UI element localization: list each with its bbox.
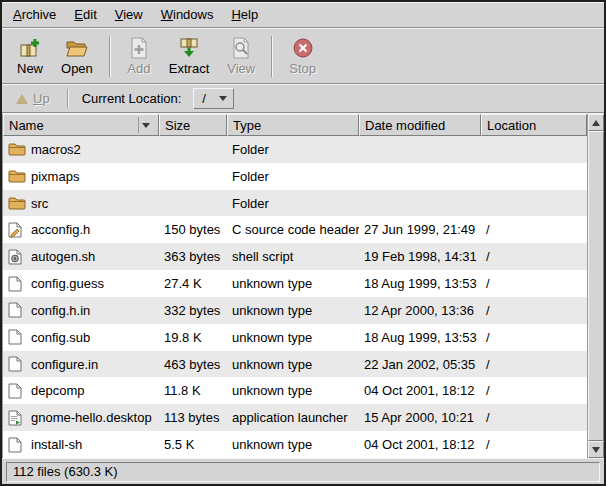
cell-type: C source code header [227, 216, 359, 243]
cell-name: acconfig.h [3, 216, 159, 243]
cell-size: 332 bytes [159, 297, 227, 324]
table-row[interactable]: macros2Folder [3, 136, 587, 163]
cell-type: Folder [227, 190, 359, 217]
location-combo[interactable]: / [193, 88, 234, 109]
stop-icon [291, 36, 315, 60]
file-name: config.h.in [31, 303, 90, 318]
table-row[interactable]: config.sub19.8 Kunknown type18 Aug 1999,… [3, 324, 587, 351]
scroll-up-button[interactable] [588, 114, 604, 131]
cell-type: shell script [227, 243, 359, 270]
cell-location: / [481, 431, 587, 458]
status-text: 112 files (630.3 K) [13, 464, 118, 479]
vertical-scrollbar[interactable] [587, 114, 604, 458]
table-row[interactable]: install-sh5.5 Kunknown type04 Oct 2001, … [3, 431, 587, 458]
archive-manager-window: Archive Edit View Windows Help New [0, 0, 606, 486]
cell-size [159, 190, 227, 217]
new-button[interactable]: New [8, 32, 52, 81]
up-button: Up [8, 89, 58, 108]
toolbar-separator [271, 36, 273, 77]
scroll-down-button[interactable] [588, 441, 604, 458]
view-file-icon [229, 36, 253, 60]
cell-size: 27.4 K [159, 270, 227, 297]
column-header-date-modified[interactable]: Date modified [359, 114, 481, 136]
cell-date-modified: 12 Apr 2000, 13:36 [359, 297, 481, 324]
cell-size: 113 bytes [159, 404, 227, 431]
cell-type: unknown type [227, 297, 359, 324]
cell-name: src [3, 190, 159, 217]
table-row[interactable]: autogen.sh363 bytesshell script19 Feb 19… [3, 243, 587, 270]
file-table: Name Size Type Date modified Location ma… [2, 113, 604, 458]
cell-date-modified [359, 163, 481, 190]
cell-name: autogen.sh [3, 243, 159, 270]
scrollbar-thumb[interactable] [588, 131, 604, 441]
up-arrow-icon [16, 94, 28, 104]
table-row[interactable]: gnome-hello.desktop113 bytesapplication … [3, 404, 587, 431]
table-row[interactable]: pixmapsFolder [3, 163, 587, 190]
cell-size [159, 163, 227, 190]
table-row[interactable]: depcomp11.8 Kunknown type04 Oct 2001, 18… [3, 377, 587, 404]
document-icon [8, 276, 26, 292]
location-value: / [202, 91, 212, 106]
menu-help[interactable]: Help [222, 3, 267, 26]
cell-date-modified [359, 136, 481, 163]
menubar: Archive Edit View Windows Help [2, 2, 604, 28]
column-header-type[interactable]: Type [227, 114, 359, 136]
cell-type: unknown type [227, 351, 359, 378]
column-header-location[interactable]: Location [481, 114, 587, 136]
menu-archive[interactable]: Archive [4, 3, 65, 26]
cell-size [159, 136, 227, 163]
file-list: macros2FolderpixmapsFoldersrcFolderaccon… [3, 136, 587, 458]
launcher-file-icon [8, 410, 26, 426]
menu-windows[interactable]: Windows [152, 3, 223, 26]
cell-type: unknown type [227, 377, 359, 404]
script-file-icon [8, 249, 26, 265]
table-row[interactable]: config.guess27.4 Kunknown type18 Aug 199… [3, 270, 587, 297]
current-location-label: Current Location: [78, 91, 186, 106]
cell-size: 19.8 K [159, 324, 227, 351]
scrollbar-trough[interactable] [588, 131, 604, 441]
cell-size: 11.8 K [159, 377, 227, 404]
table-header: Name Size Type Date modified Location [3, 114, 587, 136]
cell-location: / [481, 243, 587, 270]
cell-date-modified: 04 Oct 2001, 18:12 [359, 431, 481, 458]
folder-icon [8, 195, 26, 211]
column-header-name[interactable]: Name [3, 114, 159, 136]
cell-name: pixmaps [3, 163, 159, 190]
cell-name: install-sh [3, 431, 159, 458]
open-button[interactable]: Open [52, 32, 102, 81]
source-file-icon [8, 222, 26, 238]
cell-name: config.guess [3, 270, 159, 297]
cell-date-modified: 15 Apr 2000, 10:21 [359, 404, 481, 431]
column-header-size[interactable]: Size [159, 114, 227, 136]
cell-name: macros2 [3, 136, 159, 163]
extract-button[interactable]: Extract [160, 32, 218, 81]
cell-type: unknown type [227, 431, 359, 458]
table-row[interactable]: acconfig.h150 bytesC source code header2… [3, 216, 587, 243]
menu-edit[interactable]: Edit [65, 3, 105, 26]
cell-location: / [481, 270, 587, 297]
file-name: configure.in [31, 357, 98, 372]
table-row[interactable]: configure.in463 bytesunknown type22 Jan … [3, 351, 587, 378]
menu-view[interactable]: View [106, 3, 152, 26]
file-name: acconfig.h [31, 222, 90, 237]
cell-location [481, 163, 587, 190]
folder-icon [8, 168, 26, 184]
table-wrap: Name Size Type Date modified Location ma… [2, 114, 587, 458]
sort-arrow-icon[interactable] [138, 117, 153, 133]
add-button: Add [118, 32, 160, 81]
table-row[interactable]: srcFolder [3, 190, 587, 217]
location-bar: Up Current Location: / [2, 84, 604, 113]
cell-date-modified: 18 Aug 1999, 13:53 [359, 270, 481, 297]
table-row[interactable]: config.h.in332 bytesunknown type12 Apr 2… [3, 297, 587, 324]
cell-name: depcomp [3, 377, 159, 404]
open-folder-icon [65, 36, 89, 60]
cell-type: application launcher [227, 404, 359, 431]
folder-icon [8, 141, 26, 157]
document-icon [8, 302, 26, 318]
file-name: src [31, 196, 48, 211]
status-area: 112 files (630.3 K) [2, 458, 604, 484]
cell-size: 5.5 K [159, 431, 227, 458]
cell-location: / [481, 324, 587, 351]
cell-name: gnome-hello.desktop [3, 404, 159, 431]
file-name: pixmaps [31, 169, 79, 184]
